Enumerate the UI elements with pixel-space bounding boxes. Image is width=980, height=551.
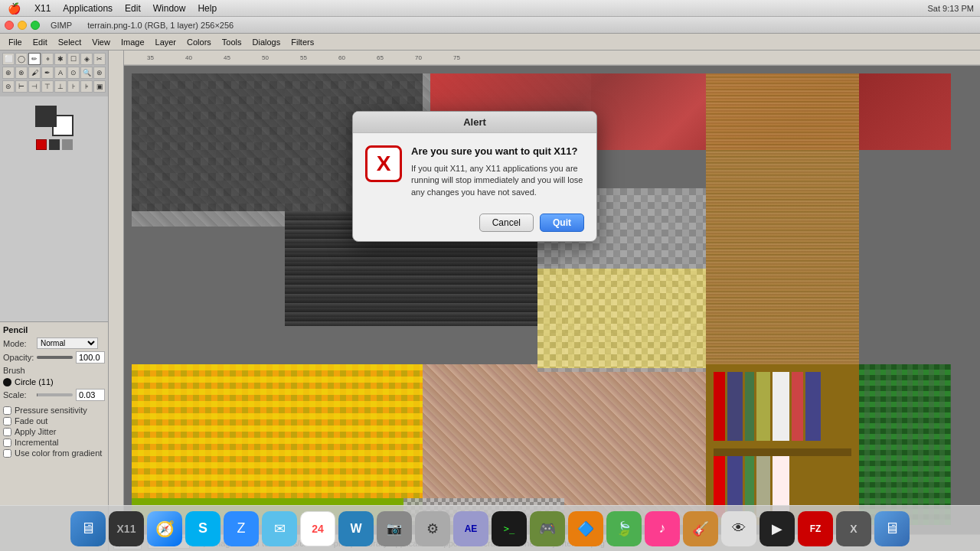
tool-btn[interactable]: ◈ bbox=[80, 53, 93, 65]
menu-image[interactable]: Image bbox=[116, 34, 150, 50]
scale-slider[interactable] bbox=[37, 393, 73, 396]
tool-btn[interactable]: ⊜ bbox=[2, 80, 15, 93]
dock-leaf[interactable]: 🍃 bbox=[606, 511, 642, 546]
color-swatch-red[interactable] bbox=[36, 139, 47, 150]
dock-finder[interactable]: 🖥 bbox=[70, 511, 106, 546]
terrain-leaves bbox=[859, 364, 951, 525]
apple-menu[interactable]: 🍎 bbox=[0, 2, 28, 15]
dock-dvd[interactable]: ▶ bbox=[760, 511, 795, 546]
tool-btn[interactable]: ☐ bbox=[67, 53, 80, 65]
gimp-menubar: File Edit Select View Image Layer Colors… bbox=[0, 34, 980, 51]
tool-btn[interactable]: ⬜ bbox=[2, 53, 15, 65]
menubar-help[interactable]: Help bbox=[191, 0, 223, 16]
quit-button[interactable]: Quit bbox=[540, 214, 584, 232]
tool-small[interactable] bbox=[62, 139, 73, 150]
colorgradient-checkbox[interactable] bbox=[3, 449, 11, 458]
minimize-button[interactable] bbox=[18, 21, 27, 30]
tool-btn[interactable]: ✒ bbox=[41, 67, 54, 79]
tool-btn[interactable]: ⊤ bbox=[41, 80, 54, 93]
dock-finder2[interactable]: 🖥 bbox=[874, 511, 910, 546]
tool-btn[interactable]: ⌖ bbox=[41, 53, 54, 65]
menubar-x11[interactable]: X11 bbox=[28, 0, 57, 16]
tool-btn[interactable]: ⊥ bbox=[54, 80, 67, 93]
applyjitter-row: Apply Jitter bbox=[3, 427, 105, 436]
tool-btn[interactable]: ▣ bbox=[93, 80, 106, 93]
tool-btn[interactable]: ⊧ bbox=[80, 80, 93, 93]
tool-btn[interactable]: ✱ bbox=[54, 53, 67, 65]
tool-btn[interactable]: ⊗ bbox=[15, 67, 28, 79]
dock-itunes[interactable]: ♪ bbox=[645, 511, 680, 546]
dock-terminal[interactable]: >_ bbox=[492, 511, 527, 546]
fadeout-checkbox[interactable] bbox=[3, 417, 11, 425]
dock-mail[interactable]: ✉ bbox=[262, 511, 297, 546]
dock-instruments[interactable]: 🎸 bbox=[683, 511, 718, 546]
tool-btn[interactable]: ⊣ bbox=[28, 80, 41, 93]
scale-input[interactable] bbox=[76, 389, 105, 401]
menu-file[interactable]: File bbox=[3, 34, 28, 50]
incremental-row: Incremental bbox=[3, 438, 105, 447]
window-controls bbox=[5, 21, 40, 30]
svg-text:45: 45 bbox=[224, 54, 230, 61]
tool-btn-pencil[interactable]: ✏ bbox=[28, 53, 41, 65]
svg-text:35: 35 bbox=[147, 54, 154, 61]
cancel-button[interactable]: Cancel bbox=[479, 214, 534, 232]
scale-label: Scale: bbox=[3, 390, 34, 399]
dock-iphoto[interactable]: 📷 bbox=[377, 511, 412, 546]
tool-btn[interactable]: ⊦ bbox=[67, 80, 80, 93]
menubar-right: Sat 9:13 PM bbox=[927, 4, 980, 13]
maximize-button[interactable] bbox=[31, 21, 40, 30]
menu-view[interactable]: View bbox=[87, 34, 116, 50]
fadeout-label: Fade out bbox=[15, 416, 47, 425]
dock-eyes[interactable]: 👁 bbox=[721, 511, 756, 546]
menu-filters[interactable]: Filters bbox=[286, 34, 319, 50]
close-button[interactable] bbox=[5, 21, 14, 30]
alert-question: Are you sure you want to quit X11? bbox=[411, 145, 584, 157]
menu-colors[interactable]: Colors bbox=[181, 34, 217, 50]
dock-ae[interactable]: AE bbox=[453, 511, 488, 546]
mode-select[interactable]: Normal bbox=[37, 337, 98, 349]
horizontal-ruler: 35 40 45 50 55 60 65 70 75 bbox=[124, 51, 980, 66]
dock-minecraft[interactable]: 🎮 bbox=[530, 511, 565, 546]
menu-layer[interactable]: Layer bbox=[150, 34, 182, 50]
alert-buttons: Cancel Quit bbox=[353, 207, 596, 241]
pressure-checkbox[interactable] bbox=[3, 406, 11, 415]
dock-ical[interactable]: 24 bbox=[300, 511, 335, 546]
dock-filezilla[interactable]: FZ bbox=[798, 511, 833, 546]
svg-text:50: 50 bbox=[262, 54, 269, 61]
incremental-checkbox[interactable] bbox=[3, 439, 11, 447]
tool-btn[interactable]: ⊙ bbox=[67, 67, 80, 79]
tool-btn[interactable]: ◯ bbox=[15, 53, 28, 65]
dock-sysprefs[interactable]: ⚙ bbox=[415, 511, 450, 546]
applyjitter-checkbox[interactable] bbox=[3, 428, 11, 436]
dock-x11[interactable]: X11 bbox=[109, 511, 144, 546]
tool-btn[interactable]: ⊛ bbox=[93, 67, 106, 79]
menubar-applications[interactable]: Applications bbox=[57, 0, 119, 16]
tool-btn[interactable]: 🖌 bbox=[28, 67, 41, 79]
colorgradient-row: Use color from gradient bbox=[3, 448, 105, 458]
menu-select[interactable]: Select bbox=[53, 34, 87, 50]
tool-btn[interactable]: ✂ bbox=[93, 53, 106, 65]
dock-blender[interactable]: 🔷 bbox=[568, 511, 603, 546]
dock-skype[interactable]: S bbox=[185, 511, 220, 546]
menu-dialogs[interactable]: Dialogs bbox=[247, 34, 286, 50]
gimp-titlebar: GIMP terrain.png-1.0 (RGB, 1 layer) 256×… bbox=[0, 17, 980, 34]
dock-wunderlist[interactable]: W bbox=[338, 511, 374, 546]
dock-safari[interactable]: 🧭 bbox=[147, 511, 182, 546]
brush-preview: Circle (11) bbox=[3, 377, 54, 386]
svg-text:65: 65 bbox=[377, 54, 384, 61]
menubar-edit[interactable]: Edit bbox=[119, 0, 147, 16]
menu-edit[interactable]: Edit bbox=[28, 34, 53, 50]
menu-tools[interactable]: Tools bbox=[217, 34, 247, 50]
tool-btn[interactable]: 🔍 bbox=[80, 67, 93, 79]
opacity-row: Opacity: bbox=[3, 351, 105, 364]
opacity-slider[interactable] bbox=[37, 356, 73, 359]
opacity-input[interactable] bbox=[76, 351, 105, 364]
foreground-color[interactable] bbox=[35, 106, 57, 127]
dock-zoom[interactable]: Z bbox=[224, 511, 259, 546]
tool-btn[interactable]: ⊢ bbox=[15, 80, 28, 93]
dock-x11-app[interactable]: X bbox=[836, 511, 871, 546]
tool-btn[interactable]: ⊕ bbox=[2, 67, 15, 79]
tool-small[interactable] bbox=[49, 139, 60, 150]
tool-btn[interactable]: A bbox=[54, 67, 67, 79]
menubar-window[interactable]: Window bbox=[147, 0, 192, 16]
